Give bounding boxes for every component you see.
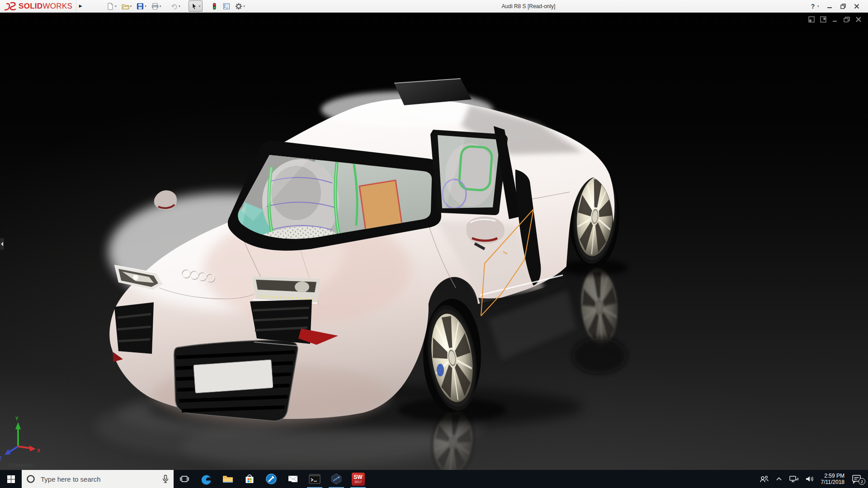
- properties-list-icon: [223, 3, 230, 10]
- gear-icon: [235, 3, 242, 10]
- restore-button[interactable]: [836, 1, 850, 12]
- left-mirror: [154, 190, 177, 210]
- windows-logo-icon: [7, 475, 15, 483]
- wrench-circle-icon: [265, 473, 277, 485]
- stoplight-icon: [211, 3, 218, 10]
- feature-panel-collapsed-tab[interactable]: [0, 238, 4, 250]
- restore-icon: [840, 3, 846, 9]
- save-floppy-icon: [137, 3, 144, 10]
- taskbar-app-admin-tool[interactable]: [260, 470, 282, 488]
- solidworks-logo-icon: [4, 1, 17, 11]
- close-icon: [854, 15, 863, 23]
- taskbar-app-command-prompt[interactable]: [304, 470, 326, 488]
- action-center-button[interactable]: 2: [848, 470, 865, 488]
- options-button[interactable]: ▾: [234, 1, 246, 11]
- print-button[interactable]: ▾: [150, 1, 163, 11]
- cortana-icon: [26, 474, 35, 483]
- hidden-icons-button[interactable]: [772, 470, 786, 488]
- minimize-icon: [826, 3, 833, 9]
- volume-button[interactable]: [802, 470, 817, 488]
- taskbar-app-solidworks[interactable]: SW 2017: [347, 470, 369, 488]
- close-icon: [854, 3, 860, 9]
- document-window-controls: [806, 15, 863, 24]
- tray-clock[interactable]: 2:59 PM 7/11/2018: [817, 473, 849, 485]
- task-view-button[interactable]: [174, 470, 195, 488]
- titlebar: SOLIDWORKS ▶ ▾ ▾ ▾: [0, 0, 868, 13]
- open-button[interactable]: ▾: [120, 1, 133, 11]
- taskbar-app-store[interactable]: [239, 470, 260, 488]
- save-button[interactable]: ▾: [135, 1, 148, 11]
- taskbar-app-mail[interactable]: [282, 470, 304, 488]
- standard-toolbar: ▾ ▾ ▾ ▾: [105, 0, 249, 12]
- door-glass-interior: [434, 132, 504, 211]
- chevron-left-icon: [1, 242, 3, 246]
- hexagon-app-icon: [330, 473, 342, 485]
- select-button[interactable]: ▾: [189, 0, 203, 12]
- window-pane-2-button[interactable]: [818, 15, 828, 24]
- window-pane-button[interactable]: [806, 15, 816, 24]
- undo-button[interactable]: ▾: [169, 1, 182, 11]
- undo-icon: [170, 3, 178, 10]
- window-controls: ? ▾: [808, 1, 868, 12]
- start-button[interactable]: [0, 470, 22, 488]
- taskbar-search[interactable]: [22, 470, 174, 488]
- windows-taskbar: SW 2017: [0, 470, 868, 488]
- new-document-icon: [107, 3, 114, 10]
- file-explorer-icon: [222, 473, 234, 485]
- model-canvas[interactable]: [0, 12, 868, 470]
- task-view-icon: [179, 474, 189, 483]
- notification-badge: 2: [859, 478, 865, 485]
- graphics-area[interactable]: Y X Z *Dimetric: [0, 12, 868, 470]
- search-input[interactable]: [40, 475, 157, 483]
- network-button[interactable]: [786, 470, 802, 488]
- people-icon: [759, 474, 769, 483]
- child-restore-button[interactable]: [841, 15, 852, 24]
- chevron-up-icon: [775, 475, 783, 483]
- triad-z-label: Z: [0, 456, 2, 461]
- solidworks-brand: SOLIDWORKS: [0, 1, 72, 11]
- new-document-button[interactable]: ▾: [105, 1, 118, 11]
- document-title: Audi R8 S [Read-only]: [249, 3, 808, 9]
- print-icon: [151, 3, 159, 10]
- view-orientation-label: *Dimetric: [7, 462, 33, 469]
- open-folder-icon: [122, 3, 129, 10]
- license-plate: [193, 360, 273, 393]
- microphone-icon[interactable]: [162, 474, 169, 483]
- child-close-button[interactable]: [853, 15, 863, 24]
- solidworks-app-icon: SW 2017: [352, 473, 365, 486]
- menu-flyout-arrow-icon[interactable]: ▶: [76, 0, 85, 12]
- window-pane-icon: [807, 15, 816, 23]
- help-caret-icon[interactable]: ▾: [817, 5, 823, 8]
- taskbar-app-hexagon[interactable]: [326, 470, 347, 488]
- orientation-triad: Y X Z: [0, 409, 42, 461]
- child-minimize-button[interactable]: [830, 15, 840, 24]
- network-icon: [789, 475, 799, 483]
- stoplight-button[interactable]: [209, 1, 219, 11]
- taskbar-app-file-explorer[interactable]: [217, 470, 239, 488]
- taskbar-app-edge[interactable]: [195, 470, 217, 488]
- people-button[interactable]: [756, 470, 772, 488]
- triad-y-label: Y: [15, 416, 19, 421]
- select-cursor-icon: [191, 3, 198, 10]
- close-button[interactable]: [850, 1, 863, 12]
- properties-button[interactable]: [222, 1, 231, 11]
- brand-wordmark: SOLIDWORKS: [19, 2, 72, 11]
- system-tray: 2:59 PM 7/11/2018 2: [756, 470, 868, 488]
- microsoft-store-icon: [244, 473, 255, 485]
- mail-icon: [287, 473, 299, 485]
- edge-icon: [200, 473, 212, 485]
- clock-time: 2:59 PM: [821, 473, 845, 479]
- speaker-icon: [805, 475, 814, 483]
- triad-x-label: X: [37, 448, 40, 453]
- clock-date: 7/11/2018: [821, 479, 845, 485]
- window-pane-icon: [819, 15, 828, 23]
- right-headlight: [252, 277, 320, 303]
- minimize-button[interactable]: [823, 1, 836, 12]
- restore-icon: [842, 15, 851, 23]
- command-prompt-icon: [308, 473, 321, 485]
- minimize-icon: [830, 15, 840, 23]
- car-model: [108, 79, 628, 430]
- help-button[interactable]: ?: [808, 3, 817, 10]
- brake-caliper: [437, 364, 444, 376]
